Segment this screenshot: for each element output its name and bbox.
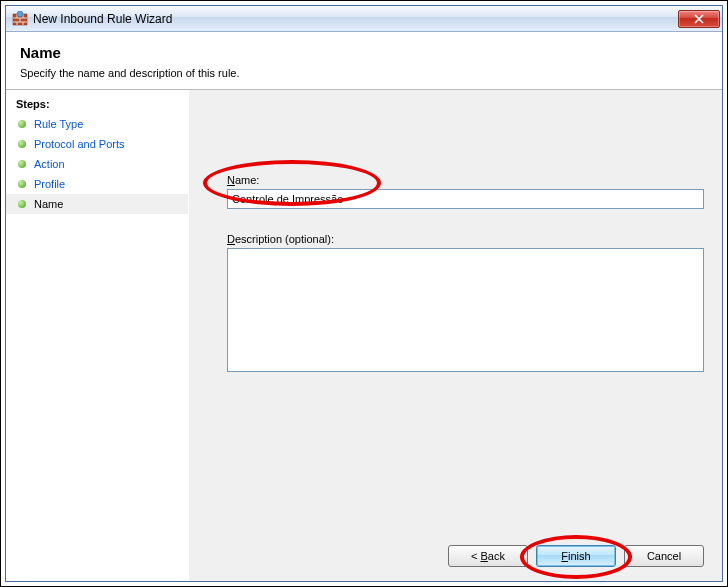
step-protocol-and-ports[interactable]: Protocol and Ports [6, 134, 188, 154]
description-label: Description (optional): [227, 233, 704, 245]
name-label: Name: [227, 174, 704, 186]
page-subtitle: Specify the name and description of this… [20, 67, 708, 79]
dialog-window: New Inbound Rule Wizard Name Specify the… [5, 5, 723, 582]
finish-button[interactable]: Finish [536, 545, 616, 567]
step-label: Name [34, 198, 63, 210]
step-label: Action [34, 158, 65, 170]
firewall-icon [12, 11, 28, 27]
bullet-icon [18, 160, 26, 168]
steps-sidebar: Steps: Rule Type Protocol and Ports Acti… [6, 90, 189, 581]
steps-heading: Steps: [6, 94, 188, 114]
wizard-body: Steps: Rule Type Protocol and Ports Acti… [6, 90, 722, 581]
form-area: Name: Description (optional): [227, 174, 704, 375]
step-name[interactable]: Name [6, 194, 188, 214]
bullet-icon [18, 120, 26, 128]
step-label: Profile [34, 178, 65, 190]
button-bar: < Back Finish Cancel [448, 545, 704, 567]
svg-point-8 [17, 11, 23, 17]
step-label: Protocol and Ports [34, 138, 125, 150]
step-label: Rule Type [34, 118, 83, 130]
bullet-icon [18, 180, 26, 188]
close-icon [693, 14, 705, 24]
bullet-icon [18, 200, 26, 208]
back-button[interactable]: < Back [448, 545, 528, 567]
description-input[interactable] [227, 248, 704, 372]
window-title: New Inbound Rule Wizard [33, 12, 678, 26]
wizard-header: Name Specify the name and description of… [6, 32, 722, 89]
screenshot-frame: New Inbound Rule Wizard Name Specify the… [0, 0, 728, 587]
cancel-button[interactable]: Cancel [624, 545, 704, 567]
step-rule-type[interactable]: Rule Type [6, 114, 188, 134]
description-area: Description (optional): [227, 233, 704, 375]
page-title: Name [20, 44, 708, 61]
step-action[interactable]: Action [6, 154, 188, 174]
titlebar: New Inbound Rule Wizard [6, 6, 722, 32]
name-input[interactable] [227, 189, 704, 209]
step-profile[interactable]: Profile [6, 174, 188, 194]
close-button[interactable] [678, 10, 720, 28]
wizard-content: Name: Description (optional): < [189, 90, 722, 581]
bullet-icon [18, 140, 26, 148]
